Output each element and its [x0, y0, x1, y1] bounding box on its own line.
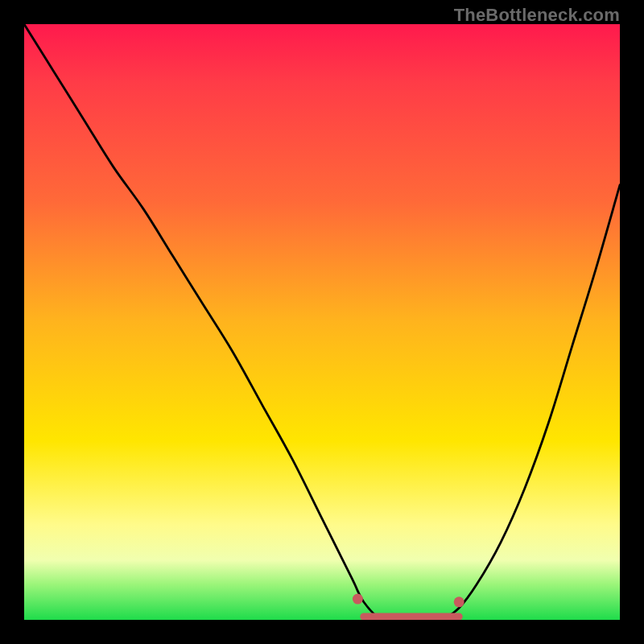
curve-marker	[454, 597, 464, 607]
bottleneck-curve-svg	[24, 24, 620, 620]
plot-area	[24, 24, 620, 620]
bottleneck-curve	[24, 24, 620, 620]
curve-marker	[353, 594, 363, 605]
chart-frame: TheBottleneck.com	[0, 0, 644, 644]
curve-markers	[353, 594, 464, 608]
watermark-text: TheBottleneck.com	[454, 5, 620, 26]
